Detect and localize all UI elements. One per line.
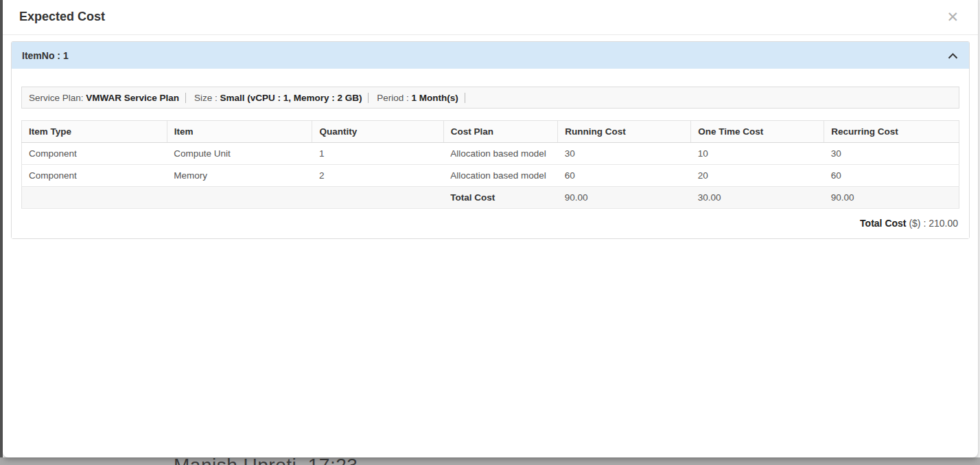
col-quantity: Quantity	[312, 121, 443, 143]
table-total-row: Total Cost 90.00 30.00 90.00	[22, 187, 959, 209]
col-recurring-cost: Recurring Cost	[824, 121, 959, 143]
col-one-time-cost: One Time Cost	[691, 121, 824, 143]
col-cost-plan: Cost Plan	[443, 121, 558, 143]
cost-table-header-row: Item Type Item Quantity Cost Plan Runnin…	[22, 121, 959, 143]
chevron-up-icon[interactable]	[948, 53, 958, 59]
table-row: Component Compute Unit 1 Allocation base…	[22, 143, 959, 165]
modal-header: Expected Cost ✕	[3, 0, 978, 35]
item-panel-body: Service Plan: VMWAR Service Plan Size : …	[12, 69, 969, 238]
cost-table: Item Type Item Quantity Cost Plan Runnin…	[21, 120, 959, 209]
item-panel: ItemNo : 1 Service Plan: VMWAR Service P…	[11, 41, 970, 239]
item-panel-header[interactable]: ItemNo : 1	[12, 42, 969, 69]
col-item-type: Item Type	[22, 121, 167, 143]
background-bottom-strip: Manish Upreti, 17:23	[0, 457, 980, 465]
grand-total: Total Cost ($) : 210.00	[21, 209, 959, 229]
summary-period: Period : 1 Month(s)	[377, 93, 465, 103]
expected-cost-modal: Expected Cost ✕ ItemNo : 1 Service Plan:…	[3, 0, 978, 457]
close-icon[interactable]: ✕	[945, 10, 960, 24]
table-row: Component Memory 2 Allocation based mode…	[22, 165, 959, 187]
summary-size: Size : Small (vCPU : 1, Memory : 2 GB)	[194, 93, 369, 103]
modal-title: Expected Cost	[19, 10, 105, 24]
service-plan-summary: Service Plan: VMWAR Service Plan Size : …	[21, 87, 959, 109]
col-running-cost: Running Cost	[558, 121, 691, 143]
summary-service-plan: Service Plan: VMWAR Service Plan	[29, 93, 186, 103]
item-panel-title: ItemNo : 1	[22, 50, 69, 61]
col-item: Item	[167, 121, 312, 143]
modal-body: ItemNo : 1 Service Plan: VMWAR Service P…	[3, 35, 978, 239]
